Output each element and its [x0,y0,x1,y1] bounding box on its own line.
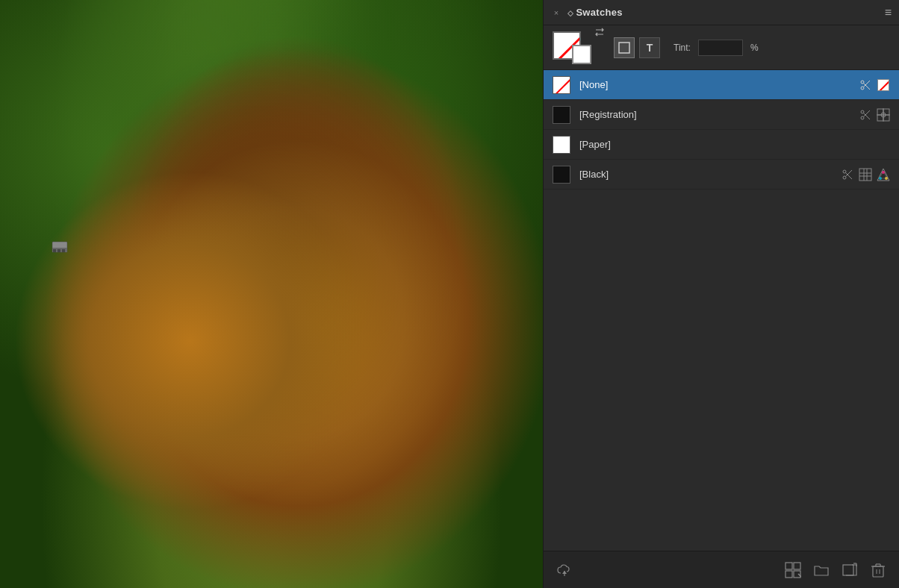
color-icon-black [877,168,890,181]
panel-title: Swatches [567,7,623,18]
swatch-icons-black [841,168,890,181]
swatches-list: [None] [544,70,899,551]
canvas-area [0,0,543,588]
swatch-item-paper[interactable]: [Paper] [544,130,899,160]
svg-rect-22 [859,169,871,181]
color-mode-buttons: T [614,37,660,58]
swatch-item-registration[interactable]: [Registration] [544,100,899,130]
swatch-name-registration: [Registration] [579,109,859,120]
tool-cursor [51,231,75,255]
swatches-panel: × Swatches ≡ [543,0,899,588]
svg-rect-3 [57,249,60,252]
tint-label: Tint: [674,43,691,53]
svg-point-19 [843,176,846,179]
none-icon [877,78,890,92]
tint-input[interactable] [698,40,743,56]
color-selector-row: T Tint: % [544,25,899,70]
swatch-color-registration [553,106,570,124]
swatch-name-none: [None] [579,79,859,90]
close-button[interactable]: × [551,7,562,18]
panel-menu-button[interactable]: ≡ [885,7,892,19]
svg-rect-36 [786,571,792,578]
svg-point-6 [861,81,864,84]
svg-rect-14 [877,109,889,121]
svg-rect-28 [877,168,890,181]
svg-rect-37 [794,571,800,578]
svg-point-18 [843,170,846,173]
swatch-item-black[interactable]: [Black] [544,160,899,190]
svg-point-11 [861,116,864,119]
swatch-color-paper [553,136,570,154]
delete-swatch-button[interactable] [869,561,887,579]
swatch-icons-none [859,78,890,92]
swatch-color-none [553,76,570,94]
scissors-icon [859,78,872,92]
grid-icon-black [859,168,872,181]
background-color[interactable] [572,45,591,64]
svg-rect-39 [843,565,853,575]
svg-point-17 [881,113,886,117]
svg-point-29 [879,177,882,180]
fill-mode-button[interactable] [614,37,635,58]
svg-point-10 [861,110,864,113]
svg-rect-34 [786,563,792,569]
new-swatch-button[interactable] [841,561,859,579]
fg-bg-colors[interactable] [553,31,591,64]
grid-display-button[interactable] [784,561,802,579]
folder-button[interactable] [812,561,830,579]
swatch-name-black: [Black] [579,169,841,180]
svg-rect-5 [619,43,629,53]
crosshair-icon-reg [877,108,890,122]
svg-rect-42 [873,566,883,577]
scissors-icon-reg [859,108,872,122]
lion-photo [0,0,543,588]
panel-footer [544,551,899,588]
svg-rect-4 [62,249,65,252]
footer-left [556,561,573,579]
panel-header-left: × Swatches [551,7,623,18]
scissors-icon-black [841,168,854,181]
svg-rect-35 [794,563,800,569]
panel-header: × Swatches ≡ [544,0,899,25]
cloud-button[interactable] [556,561,573,579]
swatch-name-paper: [Paper] [579,139,890,150]
footer-right [784,561,887,579]
svg-rect-2 [53,249,56,252]
swatch-icons-registration [859,108,890,122]
swatch-color-black [553,166,570,184]
svg-point-30 [882,171,885,174]
text-mode-button[interactable]: T [639,37,660,58]
svg-point-31 [885,177,888,180]
tint-percent-label: % [750,43,759,53]
svg-point-7 [861,87,864,90]
swatch-item-none[interactable]: [None] [544,70,899,100]
